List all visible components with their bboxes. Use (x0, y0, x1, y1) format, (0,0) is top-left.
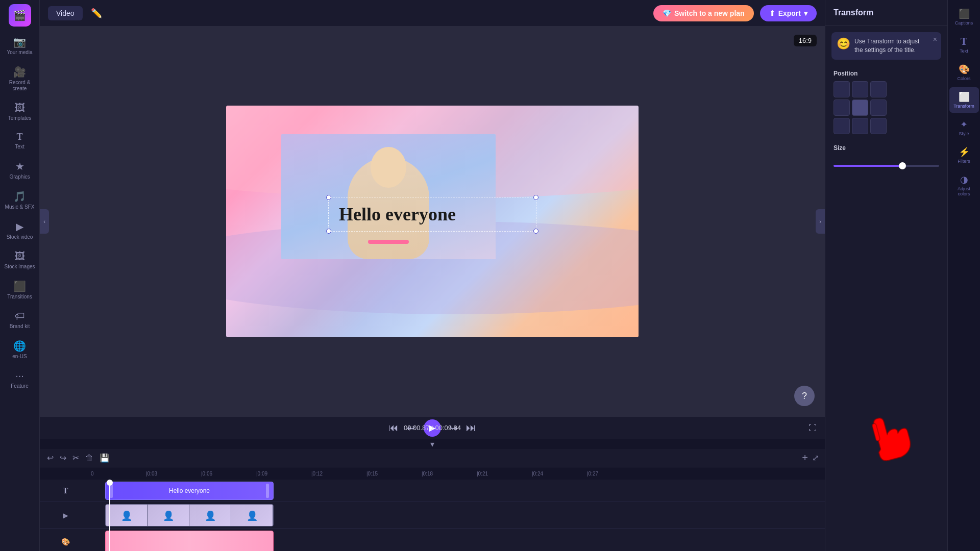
ruler-27: |0:27 (587, 471, 642, 477)
export-icon: ⬆ (769, 9, 775, 17)
video-track-row: ▶ 👤 👤 👤 👤 (40, 502, 825, 529)
sidebar-item-graphics[interactable]: ★ Graphics (2, 156, 38, 184)
size-slider[interactable] (834, 165, 939, 167)
position-ml[interactable] (834, 99, 850, 116)
save-button[interactable]: 💾 (99, 452, 111, 464)
style-tool[interactable]: ✦ Style (949, 115, 979, 140)
bg-clip[interactable] (105, 531, 274, 552)
position-tr[interactable] (870, 81, 887, 97)
size-slider-thumb[interactable] (899, 162, 906, 169)
text-icon: T (16, 132, 22, 142)
ruler-0: 0 (91, 471, 146, 477)
resize-handle-bl[interactable] (326, 229, 331, 234)
export-button[interactable]: ⬆ Export ▾ (760, 5, 817, 21)
video-tab[interactable]: Video (48, 6, 83, 20)
position-mc[interactable] (852, 99, 868, 116)
diamond-icon: 💎 (663, 9, 671, 17)
collapse-right-button[interactable]: › (816, 209, 825, 234)
sidebar-item-record-create[interactable]: 🎥 Record &create (2, 62, 38, 96)
video-clip[interactable]: 👤 👤 👤 👤 (105, 504, 274, 527)
record-icon: 🎥 (13, 66, 26, 78)
chevron-right-icon: › (819, 218, 821, 224)
resize-handle-tr[interactable] (533, 195, 538, 200)
sidebar-item-stock-video[interactable]: ▶ Stock video (2, 216, 38, 244)
filters-label: Filters (958, 159, 970, 164)
position-mr[interactable] (870, 99, 887, 116)
edit-icon[interactable]: ✏️ (89, 6, 104, 21)
help-button[interactable]: ? (794, 386, 815, 406)
sidebar-item-brand[interactable]: 🏷 Brand kit (2, 306, 38, 334)
add-track-button[interactable]: + (802, 452, 808, 464)
collapse-left-button[interactable]: ‹ (40, 209, 49, 234)
aspect-ratio-badge: 16:9 (794, 35, 817, 46)
left-sidebar: 🎬 📷 Your media 🎥 Record &create 🖼 Templa… (0, 0, 40, 551)
video-track-icon: ▶ (63, 511, 68, 519)
position-tl[interactable] (834, 81, 850, 97)
switch-plan-button[interactable]: 💎 Switch to a new plan (653, 5, 754, 21)
bg-track-label: 🎨 (40, 538, 91, 546)
expand-timeline-button[interactable]: ⤢ (812, 453, 819, 463)
skip-back-button[interactable]: ⏮ (388, 422, 399, 434)
position-tc[interactable] (852, 81, 868, 97)
filters-tool[interactable]: ⚡ Filters (949, 142, 979, 168)
cut-button[interactable]: ✂ (71, 452, 80, 464)
adjust-colors-tool[interactable]: ◑ Adjust colors (949, 170, 979, 201)
sidebar-item-templates[interactable]: 🖼 Templates (2, 98, 38, 126)
redo-button[interactable]: ↪ (59, 452, 67, 464)
sidebar-item-language[interactable]: 🌐 en-US (2, 336, 38, 364)
text-track-label: T (40, 486, 91, 495)
playhead[interactable] (109, 480, 110, 551)
resize-handle-tl[interactable] (326, 195, 331, 200)
timeline-collapse-button[interactable]: ▾ (40, 439, 825, 449)
sidebar-item-transitions[interactable]: ⬛ Transitions (2, 276, 38, 304)
app-logo[interactable]: 🎬 (9, 4, 31, 27)
feature-icon: ··· (15, 370, 24, 382)
text-element[interactable]: Hello everyone (328, 197, 536, 232)
ruler-21: |0:21 (477, 471, 532, 477)
right-icon-sidebar: ⬛ Captions T Text 🎨 Colors ⬜ Transform ✦… (947, 0, 980, 551)
tooltip-close-button[interactable]: × (933, 35, 937, 43)
resize-handle-br[interactable] (533, 229, 538, 234)
text-tool[interactable]: T Text (949, 32, 979, 58)
sidebar-item-your-media[interactable]: 📷 Your media (2, 32, 38, 60)
chevron-down-icon: ▾ (430, 439, 434, 449)
fullscreen-button[interactable]: ⛶ (808, 423, 817, 433)
logo-icon: 🎬 (13, 9, 26, 21)
style-icon: ✦ (960, 119, 968, 130)
canvas-container: Hello everyone 16:9 ‹ › ? (40, 27, 825, 416)
position-bc[interactable] (852, 118, 868, 134)
sidebar-item-label: Text (15, 144, 24, 150)
text-clip[interactable]: Hello everyone (105, 482, 274, 500)
sidebar-item-text[interactable]: T Text (2, 128, 38, 154)
templates-icon: 🖼 (15, 102, 25, 114)
delete-button[interactable]: 🗑 (84, 453, 94, 464)
transform-tool[interactable]: ⬜ Transform (949, 87, 979, 113)
position-bl[interactable] (834, 118, 850, 134)
video-track-content: 👤 👤 👤 👤 (91, 504, 825, 527)
text-track-row: T Hello everyone (40, 480, 825, 502)
sidebar-item-label: Stock images (4, 264, 35, 270)
sidebar-item-label: Transitions (7, 294, 32, 300)
main-area: Video ✏️ 💎 Switch to a new plan ⬆ Export… (40, 0, 825, 551)
colors-label: Colors (957, 76, 970, 81)
video-track-label: ▶ (40, 511, 91, 519)
topbar: Video ✏️ 💎 Switch to a new plan ⬆ Export… (40, 0, 825, 27)
position-br[interactable] (870, 118, 887, 134)
captions-tool[interactable]: ⬛ Captions (949, 4, 979, 30)
transform-panel: Transform 😊 Use Transform to adjust the … (825, 0, 947, 551)
ruler-09: |0:09 (256, 471, 311, 477)
video-thumb-4: 👤 (231, 505, 273, 527)
canvas-frame[interactable]: Hello everyone (226, 106, 639, 337)
sidebar-item-stock-images[interactable]: 🖼 Stock images (2, 246, 38, 274)
clip-handle-right[interactable] (266, 484, 269, 498)
skip-forward-button[interactable]: ⏭ (466, 422, 476, 434)
sidebar-item-label: en-US (12, 354, 27, 360)
video-thumb-2: 👤 (148, 505, 189, 527)
size-label: Size (825, 140, 947, 154)
colors-tool[interactable]: 🎨 Colors (949, 60, 979, 85)
undo-button[interactable]: ↩ (46, 452, 55, 464)
timeline-ruler: 0 |0:03 |0:06 |0:09 |0:12 |0:15 |0:18 |0… (40, 467, 825, 480)
sidebar-item-music[interactable]: 🎵 Music & SFX (2, 186, 38, 214)
text-track-icon: T (63, 486, 68, 495)
sidebar-item-feature[interactable]: ··· Feature (2, 366, 38, 393)
